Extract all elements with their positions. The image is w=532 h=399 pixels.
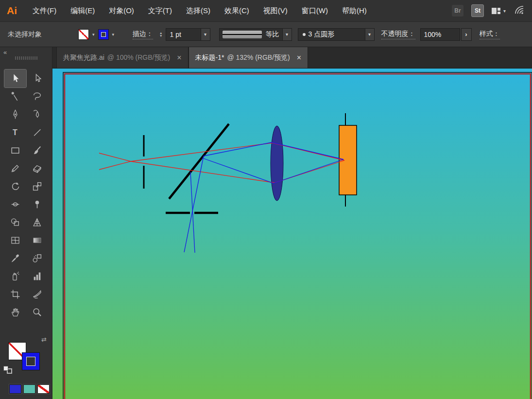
opacity-expand-button[interactable]: ›	[461, 28, 472, 41]
profile-label: 等比	[265, 30, 282, 39]
stroke-panel-link[interactable]: 描边：	[133, 30, 153, 39]
canvas[interactable]	[52, 69, 532, 399]
lasso-tool[interactable]	[26, 87, 48, 105]
stroke-color-swatch[interactable]	[99, 30, 108, 39]
style-panel-link[interactable]: 样式：	[480, 30, 500, 39]
opacity-panel-link[interactable]: 不透明度：	[381, 30, 415, 39]
default-fill-stroke-icon[interactable]	[4, 366, 12, 374]
menu-edit[interactable]: 编辑(E)	[70, 6, 95, 16]
artboard-tool[interactable]	[4, 285, 26, 303]
rotate-tool[interactable]	[4, 177, 26, 195]
close-icon[interactable]: ×	[177, 53, 181, 62]
color-mode-button[interactable]	[9, 384, 21, 394]
menu-select[interactable]: 选择(S)	[186, 6, 210, 16]
lens[interactable]	[271, 126, 283, 201]
mesh-tool[interactable]	[4, 231, 26, 249]
eraser-tool[interactable]	[26, 159, 48, 177]
pencil-tool[interactable]	[4, 159, 26, 177]
tools-panel-header: «	[0, 47, 52, 69]
gradient-mode-button[interactable]	[23, 384, 35, 394]
illustrator-app: Ai 文件(F) 编辑(E) 对象(O) 文字(T) 选择(S) 效果(C) 视…	[0, 0, 532, 399]
stock-button[interactable]: St	[471, 4, 484, 17]
collapse-panel-button[interactable]: «	[3, 49, 6, 56]
rectangle-tool[interactable]	[4, 141, 26, 159]
tab-title: 共聚焦光路.ai	[63, 53, 104, 62]
symbol-sprayer-tool[interactable]	[4, 267, 26, 285]
uniform-profile-preview	[223, 31, 262, 38]
bridge-button[interactable]: Br	[452, 5, 463, 17]
color-proxies: ▾ ▾	[79, 30, 116, 39]
workspace-layout-icon	[492, 8, 500, 14]
control-bar: 未选择对象 ▾ ▾ 描边： ▲ ▼ 1 pt ▾ 等比 ▾ 3 点圆形 ▾ 不透…	[0, 22, 532, 47]
none-mode-button[interactable]	[37, 384, 50, 394]
line-segment-tool[interactable]	[26, 123, 48, 141]
artwork-svg	[52, 69, 532, 399]
tab-title: 未标题-1*	[195, 53, 224, 62]
document-tab-bar: 共聚焦光路.ai @ 100% (RGB/预览) × 未标题-1* @ 132%…	[52, 47, 532, 69]
fill-dropdown-chevron-icon[interactable]: ▾	[90, 32, 97, 37]
menu-file[interactable]: 文件(F)	[33, 6, 56, 16]
artboard-edge	[63, 72, 532, 399]
document-tab-1[interactable]: 共聚焦光路.ai @ 100% (RGB/预览) ×	[56, 47, 189, 68]
panel-drag-grip[interactable]	[15, 56, 37, 60]
fill-color-swatch[interactable]	[79, 30, 88, 39]
direct-selection-tool[interactable]	[26, 69, 48, 87]
brush-combo[interactable]: 3 点圆形 ▾	[298, 28, 375, 41]
pen-tool[interactable]	[4, 105, 26, 123]
chevron-down-icon[interactable]: ▾	[365, 29, 374, 40]
brush-name[interactable]: 3 点圆形	[306, 30, 365, 39]
blue-ray-descending-2[interactable]	[190, 172, 195, 253]
workspace-switcher[interactable]: ▾	[492, 8, 506, 14]
width-profile-combo[interactable]: 等比 ▾	[219, 28, 292, 41]
zoom-tool[interactable]	[26, 303, 48, 321]
stroke-dropdown-chevron-icon[interactable]: ▾	[110, 32, 117, 37]
cs-live-icon[interactable]	[514, 4, 526, 17]
slice-tool[interactable]	[26, 285, 48, 303]
magic-wand-tool[interactable]	[4, 87, 26, 105]
stroke-width-combo[interactable]: 1 pt ▾	[166, 28, 210, 41]
paintbrush-tool[interactable]	[26, 141, 48, 159]
chevron-down-icon[interactable]: ▾	[201, 29, 210, 40]
paint-mode-buttons	[9, 384, 52, 394]
close-icon[interactable]: ×	[297, 53, 301, 62]
hand-tool[interactable]	[4, 303, 26, 321]
stroke-width-value[interactable]: 1 pt	[166, 31, 201, 38]
app-logo: Ai	[7, 5, 17, 17]
swap-fill-stroke-icon[interactable]: ⇄	[41, 336, 47, 343]
main-menu: 文件(F) 编辑(E) 对象(O) 文字(T) 选择(S) 效果(C) 视图(V…	[33, 6, 367, 16]
menu-object[interactable]: 对象(O)	[109, 6, 134, 16]
red-illumination-rays	[99, 143, 344, 183]
beam-splitter[interactable]	[169, 124, 229, 199]
red-ray-lower[interactable]	[99, 143, 344, 170]
black-optical-elements	[144, 113, 345, 213]
fill-stroke-proxy: ⇄	[0, 339, 52, 377]
menu-window[interactable]: 窗口(W)	[302, 6, 328, 16]
selection-tool[interactable]	[4, 69, 26, 87]
scale-tool[interactable]	[26, 177, 48, 195]
eyedropper-tool[interactable]	[4, 249, 26, 267]
shape-builder-tool[interactable]	[4, 213, 26, 231]
chevron-down-icon[interactable]: ▾	[282, 29, 292, 40]
puppet-warp-tool[interactable]	[26, 195, 48, 213]
selection-status: 未选择对象	[8, 30, 65, 39]
stepper-down-icon[interactable]: ▼	[159, 35, 162, 37]
menubar-right: Br St ▾	[452, 4, 526, 17]
column-graph-tool[interactable]	[26, 267, 48, 285]
blend-tool[interactable]	[26, 249, 48, 267]
opacity-input[interactable]	[420, 28, 460, 41]
stroke-proxy-blue[interactable]	[22, 353, 39, 370]
artboard-bleed-border	[65, 74, 531, 399]
document-tab-2[interactable]: 未标题-1* @ 132% (RGB/预览) ×	[189, 47, 309, 68]
perspective-grid-tool[interactable]	[26, 213, 48, 231]
menu-help[interactable]: 帮助(H)	[342, 6, 367, 16]
stroke-width-stepper[interactable]: ▲ ▼	[159, 32, 162, 37]
type-tool[interactable]: T	[4, 123, 26, 141]
menu-type[interactable]: 文字(T)	[148, 6, 172, 16]
width-tool[interactable]	[4, 195, 26, 213]
menu-effect[interactable]: 效果(C)	[224, 6, 249, 16]
gradient-tool[interactable]	[26, 231, 48, 249]
tab-zoom-info: @ 100% (RGB/预览)	[107, 53, 170, 62]
curvature-tool[interactable]	[26, 105, 48, 123]
menu-view[interactable]: 视图(V)	[263, 6, 288, 16]
red-ray-upper[interactable]	[99, 153, 344, 183]
